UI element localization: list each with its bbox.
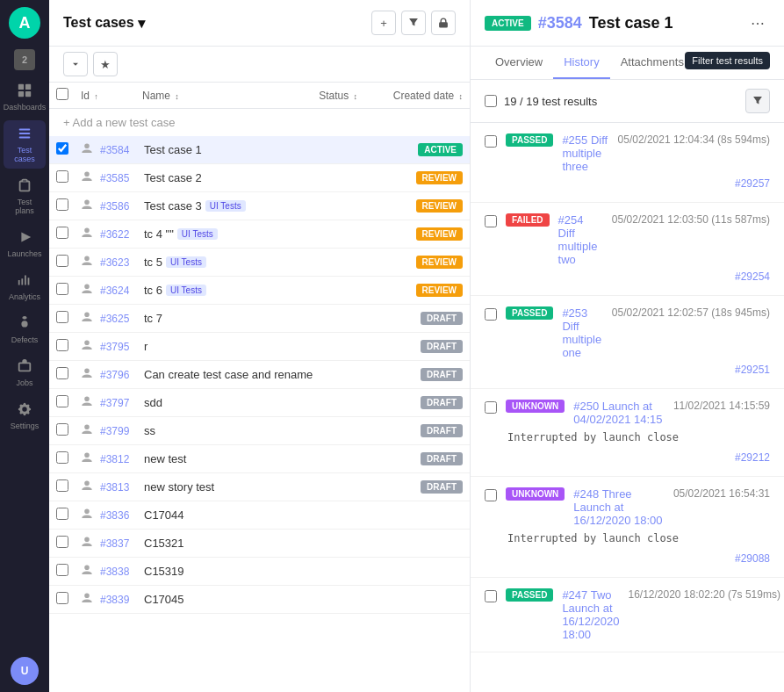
row-name: new story test — [144, 480, 380, 494]
select-all-checkbox[interactable] — [56, 88, 68, 100]
row-checkbox[interactable] — [56, 170, 68, 183]
table-row[interactable]: #3623 tc 5 UI Tests REVIEW — [49, 249, 470, 277]
collapse-button[interactable] — [63, 52, 88, 76]
history-item-meta: 05/02/2021 16:54:31 — [673, 487, 770, 500]
history-item-link[interactable]: #250 Launch at 04/02/2021 14:15 — [573, 400, 665, 426]
table-row[interactable]: #3585 Test case 2 REVIEW — [49, 164, 470, 192]
user-avatar[interactable]: U — [11, 657, 39, 685]
row-id: #3622 — [100, 228, 140, 241]
sidebar-item-defects[interactable]: Defects — [4, 310, 46, 350]
row-user-icon — [81, 339, 97, 354]
row-checkbox[interactable] — [56, 395, 68, 407]
table-row[interactable]: #3813 new story test DRAFT — [49, 473, 470, 501]
table-row[interactable]: #3797 sdd DRAFT — [49, 389, 470, 417]
history-status-badge: UNKNOWN — [506, 400, 565, 413]
row-checkbox[interactable] — [56, 479, 68, 492]
history-ref-link[interactable]: #29212 — [735, 451, 770, 464]
test-cases-title[interactable]: Test cases ▾ — [63, 15, 145, 32]
row-name-text: Test case 2 — [144, 171, 202, 184]
history-item-checkbox[interactable] — [485, 489, 497, 501]
history-item-link[interactable]: #253 Diff multiple one — [562, 306, 602, 359]
header-id[interactable]: Id ↑ — [81, 90, 142, 102]
history-ref-link[interactable]: #29088 — [735, 552, 770, 565]
row-checkbox[interactable] — [56, 311, 68, 323]
row-name: C17044 — [144, 508, 380, 522]
row-checkbox[interactable] — [56, 227, 68, 239]
history-item-checkbox[interactable] — [485, 215, 497, 227]
history-ref-link[interactable]: #29254 — [735, 270, 770, 283]
status-badge: DRAFT — [421, 340, 463, 353]
sidebar-item-launches[interactable]: Launches — [4, 224, 46, 263]
history-item-checkbox[interactable] — [485, 308, 497, 321]
row-name: sdd — [144, 396, 380, 409]
row-checkbox[interactable] — [56, 255, 68, 267]
table-row[interactable]: #3796 Can create test case and rename DR… — [49, 361, 470, 389]
table-row[interactable]: #3837 C15321 — [49, 530, 470, 558]
table-row[interactable]: #3795 r DRAFT — [49, 333, 470, 361]
table-row[interactable]: #3838 C15319 — [49, 558, 470, 586]
row-checkbox[interactable] — [56, 283, 68, 295]
row-checkbox[interactable] — [56, 451, 68, 464]
header-name[interactable]: Name ↕ — [142, 90, 278, 102]
table-row[interactable]: #3584 Test case 1 ACTIVE — [49, 136, 470, 164]
history-item-link[interactable]: #254 Diff multiple two — [558, 213, 603, 266]
row-name: r — [144, 340, 380, 353]
history-item-checkbox[interactable] — [485, 401, 497, 414]
row-checkbox[interactable] — [56, 536, 68, 548]
table-row[interactable]: #3839 C17045 — [49, 586, 470, 614]
sidebar-item-settings[interactable]: Settings — [4, 396, 46, 436]
row-status-col: REVIEW — [384, 256, 463, 269]
sidebar-item-jobs[interactable]: Jobs — [4, 353, 46, 393]
row-checkbox[interactable] — [56, 367, 68, 379]
row-user-icon — [81, 255, 97, 270]
sidebar-item-dashboards[interactable]: Dashboards — [4, 77, 46, 117]
history-item-checkbox[interactable] — [485, 135, 497, 148]
table-row[interactable]: #3624 tc 6 UI Tests REVIEW — [49, 277, 470, 305]
star-button[interactable]: ★ — [93, 52, 118, 76]
row-checkbox[interactable] — [56, 339, 68, 351]
add-test-case-row[interactable]: + Add a new test case — [49, 109, 470, 136]
table-row[interactable]: #3586 Test case 3 UI Tests REVIEW — [49, 192, 470, 220]
row-checkbox[interactable] — [56, 198, 68, 211]
tab-attachments[interactable]: Attachments — [610, 47, 694, 79]
history-ref-link[interactable]: #29257 — [735, 177, 770, 190]
tab-history[interactable]: History — [553, 47, 609, 79]
add-test-case-button[interactable]: + — [371, 11, 396, 35]
history-ref-link[interactable]: #29251 — [735, 364, 770, 376]
lock-button[interactable] — [431, 11, 456, 35]
history-note: Interrupted by launch close — [485, 527, 770, 548]
row-checkbox[interactable] — [56, 592, 68, 604]
table-row[interactable]: #3836 C17044 — [49, 501, 470, 530]
row-checkbox[interactable] — [56, 423, 68, 436]
row-checkbox[interactable] — [56, 142, 68, 155]
sidebar-item-test-plans[interactable]: Test plans — [4, 172, 46, 220]
table-row[interactable]: #3812 new test DRAFT — [49, 445, 470, 473]
row-checkbox[interactable] — [56, 508, 68, 520]
history-item-row: UNKNOWN #250 Launch at 04/02/2021 14:15 … — [485, 400, 770, 426]
row-checkbox[interactable] — [56, 564, 68, 576]
list-item: UNKNOWN #248 Three Launch at 16/12/2020 … — [471, 477, 784, 578]
status-badge: DRAFT — [421, 424, 463, 437]
row-status-col: DRAFT — [384, 480, 463, 494]
more-menu-button[interactable]: ⋯ — [745, 11, 770, 35]
history-item-checkbox[interactable] — [485, 590, 497, 602]
history-item-link[interactable]: #255 Diff multiple three — [562, 133, 608, 173]
sidebar-item-analytics[interactable]: Analytics — [4, 267, 46, 306]
header-status[interactable]: Status ↕ — [278, 90, 357, 102]
history-item-link[interactable]: #248 Three Launch at 16/12/2020 18:00 — [573, 487, 665, 527]
history-select-all-checkbox[interactable] — [485, 95, 497, 107]
table-row[interactable]: #3625 tc 7 DRAFT — [49, 305, 470, 333]
table-row[interactable]: #3799 ss DRAFT — [49, 417, 470, 445]
history-item-link[interactable]: #247 Two Launch at 16/12/2020 18:00 — [562, 588, 619, 641]
row-id: #3813 — [100, 481, 140, 494]
filter-button[interactable] — [401, 11, 426, 35]
header-created-date[interactable]: Created date ↕ — [357, 90, 463, 102]
row-id: #3586 — [100, 200, 140, 213]
table-row[interactable]: #3622 tc 4 "" UI Tests REVIEW — [49, 220, 470, 249]
row-checkbox-col — [56, 479, 77, 494]
row-status-col: ACTIVE — [384, 143, 463, 156]
tab-overview[interactable]: Overview — [485, 47, 553, 79]
history-duration: (7s 519ms) — [728, 588, 780, 601]
history-filter-button[interactable] — [745, 89, 770, 113]
sidebar-item-test-cases[interactable]: Test cases — [4, 120, 46, 169]
